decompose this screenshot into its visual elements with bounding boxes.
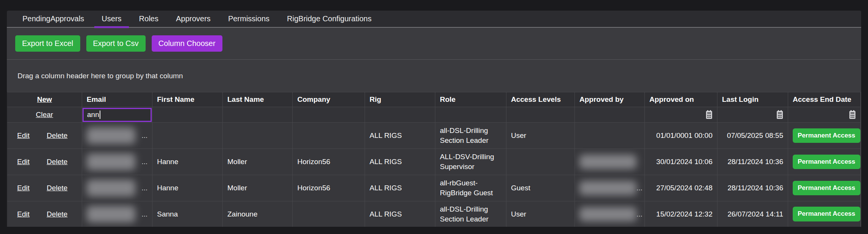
permanent-access-badge: Permanent Access xyxy=(793,128,860,143)
cell-role: all-DSL-Drilling Section Leader xyxy=(435,201,506,227)
column-chooser-button[interactable]: Column Chooser xyxy=(152,35,222,52)
edit-link[interactable]: Edit xyxy=(17,209,30,219)
cell-first_name: Hanne xyxy=(152,149,223,175)
header-cell-access_end_date: Access End Date xyxy=(788,92,861,107)
header-cell-access_levels: Access Levels xyxy=(506,92,575,107)
cell-approved_by: ... xyxy=(575,201,645,227)
cell-email: ... xyxy=(82,201,152,227)
truncation-ellipsis: ... xyxy=(141,183,148,193)
redacted-email xyxy=(87,206,135,223)
permanent-access-badge: Permanent Access xyxy=(793,155,860,169)
row-command-cell: EditDelete xyxy=(7,175,82,201)
page-background: PendingApprovals Users Roles Approvers P… xyxy=(0,0,868,234)
tab-roles[interactable]: Roles xyxy=(130,10,167,27)
export-to-csv-button[interactable]: Export to Csv xyxy=(86,35,146,52)
header-cell-approved_on: Approved on xyxy=(645,92,717,107)
filter-cell-rig xyxy=(365,107,435,122)
tab-rigbridge-configurations[interactable]: RigBridge Configurations xyxy=(278,10,380,27)
cell-role: all-DSL-Drilling Section Leader xyxy=(435,123,506,149)
cell-last_name xyxy=(223,123,293,149)
clear-filter-link[interactable]: Clear xyxy=(36,110,53,120)
email-filter-value: ann xyxy=(87,110,99,120)
header-cell-role: Role xyxy=(435,92,506,107)
table-row: EditDelete...HanneMollerHorizon56ALL RIG… xyxy=(7,175,861,201)
cell-last_name: Moller xyxy=(223,149,293,175)
table-row: EditDelete...ALL RIGSall-DSL-Drilling Se… xyxy=(7,122,861,149)
grid-filter-row: Clearann xyxy=(7,107,861,122)
cell-approved_by xyxy=(575,123,645,149)
group-by-hint-text: Drag a column header here to group by th… xyxy=(17,72,183,80)
header-cell-email: Email xyxy=(82,92,152,107)
cell-access_end_date: Permanent Access xyxy=(788,123,861,149)
delete-link[interactable]: Delete xyxy=(47,157,68,167)
cell-role: ALL-DSV-Drilling Supervisor xyxy=(435,149,506,175)
row-command-cell: EditDelete xyxy=(7,201,82,227)
filter-cell-role xyxy=(435,107,506,122)
header-cell-last_name: Last Name xyxy=(223,92,293,107)
edit-link[interactable]: Edit xyxy=(17,131,30,141)
cell-last_name: Moller xyxy=(223,175,293,201)
permanent-access-badge: Permanent Access xyxy=(793,181,860,196)
edit-link[interactable]: Edit xyxy=(17,157,30,167)
cell-email: ... xyxy=(82,175,152,201)
redacted-approved_by xyxy=(579,207,636,221)
cell-access_end_date: Permanent Access xyxy=(788,201,861,227)
redacted-email xyxy=(87,180,135,196)
delete-link[interactable]: Delete xyxy=(47,183,68,193)
cell-company: Horizon56 xyxy=(293,149,365,175)
cell-access_levels xyxy=(506,149,575,175)
table-row: EditDelete...HanneMollerHorizon56ALL RIG… xyxy=(7,149,861,175)
redacted-approved_by xyxy=(579,155,636,169)
row-command-cell: EditDelete xyxy=(7,123,82,149)
truncation-ellipsis: ... xyxy=(636,209,643,219)
truncation-ellipsis: ... xyxy=(636,183,643,193)
tab-permissions[interactable]: Permissions xyxy=(219,10,278,27)
calendar-icon[interactable] xyxy=(849,110,856,119)
group-by-panel[interactable]: Drag a column header here to group by th… xyxy=(7,60,861,92)
cell-first_name: Hanne xyxy=(152,175,223,201)
tab-users[interactable]: Users xyxy=(93,10,130,27)
cell-access_levels: User xyxy=(506,201,575,227)
cell-rig: ALL RIGS xyxy=(365,175,435,201)
filter-cell-access_end_date xyxy=(788,107,861,122)
redacted-email xyxy=(87,127,135,144)
tab-bar: PendingApprovals Users Roles Approvers P… xyxy=(7,11,861,28)
cell-company: Horizon56 xyxy=(293,175,365,201)
export-to-excel-button[interactable]: Export to Excel xyxy=(15,35,80,52)
cell-approved_on: 01/01/0001 00:00 xyxy=(645,123,717,149)
cell-rig: ALL RIGS xyxy=(365,149,435,175)
cell-access_end_date: Permanent Access xyxy=(788,149,861,175)
permanent-access-badge: Permanent Access xyxy=(793,207,860,221)
cell-access_levels: Guest xyxy=(506,175,575,201)
filter-cell-command: Clear xyxy=(7,107,82,122)
users-data-grid: NewEmailFirst NameLast NameCompanyRigRol… xyxy=(7,92,861,227)
truncation-ellipsis: ... xyxy=(141,157,148,167)
cell-access_end_date: Permanent Access xyxy=(788,175,861,201)
cell-last_login: 26/07/2024 14:11 xyxy=(717,201,788,227)
tab-pending-approvals[interactable]: PendingApprovals xyxy=(14,10,93,27)
cell-approved_on: 30/01/2024 10:06 xyxy=(645,149,717,175)
delete-link[interactable]: Delete xyxy=(47,209,68,219)
cell-first_name: Sanna xyxy=(152,201,223,227)
cell-email: ... xyxy=(82,149,152,175)
filter-cell-last_login xyxy=(717,107,788,122)
new-row-link[interactable]: New xyxy=(37,95,52,104)
filter-cell-company xyxy=(293,107,365,122)
row-command-cell: EditDelete xyxy=(7,149,82,175)
cell-approved_on: 15/02/2024 12:32 xyxy=(645,201,717,227)
filter-cell-approved_on xyxy=(645,107,717,122)
calendar-icon[interactable] xyxy=(706,110,712,119)
edit-link[interactable]: Edit xyxy=(17,183,30,193)
cell-last_name: Zainoune xyxy=(223,201,293,227)
cell-approved_by xyxy=(575,149,645,175)
calendar-icon[interactable] xyxy=(776,110,783,119)
table-row: EditDelete...SannaZainouneALL RIGSall-DS… xyxy=(7,201,861,227)
filter-cell-approved_by xyxy=(575,107,645,122)
email-filter-input[interactable]: ann xyxy=(83,108,152,122)
delete-link[interactable]: Delete xyxy=(47,131,68,141)
header-cell-rig: Rig xyxy=(365,92,435,107)
tab-approvers[interactable]: Approvers xyxy=(167,10,219,27)
text-caret xyxy=(100,111,100,119)
filter-cell-last_name xyxy=(223,107,293,122)
cell-role: all-rbGuest-RigBridge Guest xyxy=(435,175,506,201)
